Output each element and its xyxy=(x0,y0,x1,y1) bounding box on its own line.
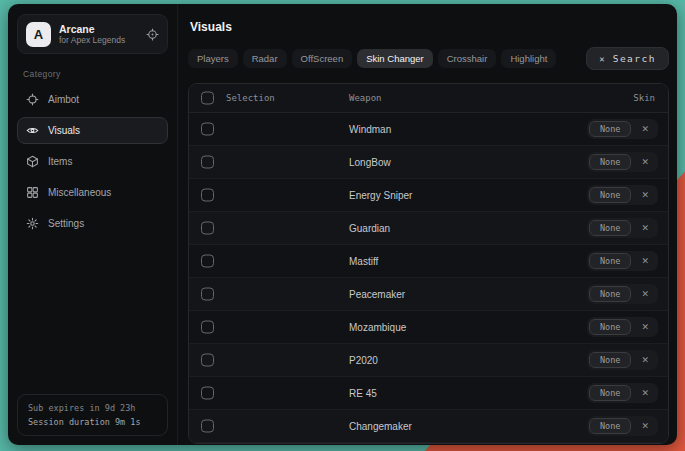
weapon-column-header: Weapon xyxy=(349,93,382,103)
close-icon: ✕ xyxy=(599,54,604,64)
table-header: Selection Weapon Skin xyxy=(189,84,668,113)
skin-column-header: Skin xyxy=(633,93,655,103)
weapon-name: LongBow xyxy=(349,157,391,168)
table-body: Windman None ✕ LongBow None ✕ xyxy=(189,113,668,443)
weapon-name: Mastiff xyxy=(349,256,378,267)
target-icon[interactable] xyxy=(146,28,159,41)
search-button[interactable]: ✕ Search xyxy=(586,47,669,70)
clear-skin-icon[interactable]: ✕ xyxy=(641,388,649,398)
tab[interactable]: Players xyxy=(188,49,238,68)
sidebar-item-label: Visuals xyxy=(48,125,80,136)
select-all-checkbox[interactable] xyxy=(201,92,214,105)
skin-cell: None ✕ xyxy=(587,317,658,337)
sidebar-nav: Aimbot Visuals Items Miscellaneous Setti… xyxy=(17,86,168,237)
skin-value-badge[interactable]: None xyxy=(589,220,631,236)
subscription-card: Sub expires in 9d 23h Session duration 9… xyxy=(17,394,168,436)
brand-subtitle: for Apex Legends xyxy=(59,35,138,45)
clear-skin-icon[interactable]: ✕ xyxy=(641,256,649,266)
tab-label: Radar xyxy=(252,53,278,64)
tab-label: Crosshair xyxy=(447,53,488,64)
cube-icon xyxy=(26,155,39,168)
crosshair-icon xyxy=(26,93,39,106)
weapon-name: RE 45 xyxy=(349,388,377,399)
weapon-skin-table: Selection Weapon Skin Windman None ✕ Lon… xyxy=(188,83,669,444)
row-checkbox[interactable] xyxy=(201,354,214,367)
brand-card: A Arcane for Apex Legends xyxy=(17,14,168,54)
table-row: P2020 None ✕ xyxy=(189,344,668,377)
skin-cell: None ✕ xyxy=(587,251,658,271)
table-row: Mastiff None ✕ xyxy=(189,245,668,278)
row-checkbox[interactable] xyxy=(201,255,214,268)
row-checkbox[interactable] xyxy=(201,420,214,433)
skin-value-badge[interactable]: None xyxy=(589,121,631,137)
sidebar-item-label: Aimbot xyxy=(48,94,79,105)
sidebar-item[interactable]: Items xyxy=(17,148,168,175)
grid-icon xyxy=(26,186,39,199)
tab-label: Skin Changer xyxy=(366,53,424,64)
row-checkbox[interactable] xyxy=(201,321,214,334)
clear-skin-icon[interactable]: ✕ xyxy=(641,124,649,134)
table-row: RE 45 None ✕ xyxy=(189,377,668,410)
page-title: Visuals xyxy=(190,20,669,34)
skin-value-badge[interactable]: None xyxy=(589,187,631,203)
tab[interactable]: Highlight xyxy=(501,49,556,68)
weapon-name: Guardian xyxy=(349,223,390,234)
skin-value-badge[interactable]: None xyxy=(589,154,631,170)
skin-cell: None ✕ xyxy=(587,284,658,304)
weapon-name: Windman xyxy=(349,124,391,135)
row-checkbox[interactable] xyxy=(201,123,214,136)
row-checkbox[interactable] xyxy=(201,288,214,301)
clear-skin-icon[interactable]: ✕ xyxy=(641,223,649,233)
skin-cell: None ✕ xyxy=(587,218,658,238)
skin-cell: None ✕ xyxy=(587,416,658,436)
skin-value-badge[interactable]: None xyxy=(589,352,631,368)
sidebar: A Arcane for Apex Legends Category Aimbo… xyxy=(8,4,178,445)
table-row: LongBow None ✕ xyxy=(189,146,668,179)
table-row: Peacemaker None ✕ xyxy=(189,278,668,311)
sidebar-item[interactable]: Miscellaneous xyxy=(17,179,168,206)
table-row: Changemaker None ✕ xyxy=(189,410,668,443)
clear-skin-icon[interactable]: ✕ xyxy=(641,157,649,167)
clear-skin-icon[interactable]: ✕ xyxy=(641,355,649,365)
skin-value-badge[interactable]: None xyxy=(589,319,631,335)
row-checkbox[interactable] xyxy=(201,222,214,235)
tab[interactable]: Radar xyxy=(243,49,287,68)
sidebar-item[interactable]: Visuals xyxy=(17,117,168,144)
sidebar-item[interactable]: Aimbot xyxy=(17,86,168,113)
selection-column-header: Selection xyxy=(226,93,275,103)
tab-label: Players xyxy=(197,53,229,64)
tab-label: OffScreen xyxy=(301,53,344,64)
skin-cell: None ✕ xyxy=(587,119,658,139)
table-row: Energy Sniper None ✕ xyxy=(189,179,668,212)
tab[interactable]: Skin Changer xyxy=(357,49,433,68)
sidebar-item[interactable]: Settings xyxy=(17,210,168,237)
table-row: Guardian None ✕ xyxy=(189,212,668,245)
clear-skin-icon[interactable]: ✕ xyxy=(641,322,649,332)
tab[interactable]: OffScreen xyxy=(292,49,353,68)
row-checkbox[interactable] xyxy=(201,189,214,202)
skin-cell: None ✕ xyxy=(587,383,658,403)
skin-cell: None ✕ xyxy=(587,185,658,205)
clear-skin-icon[interactable]: ✕ xyxy=(641,289,649,299)
weapon-name: Energy Sniper xyxy=(349,190,412,201)
weapon-name: P2020 xyxy=(349,355,378,366)
table-row: Windman None ✕ xyxy=(189,113,668,146)
clear-skin-icon[interactable]: ✕ xyxy=(641,190,649,200)
app-window: A Arcane for Apex Legends Category Aimbo… xyxy=(8,4,677,445)
brand-logo: A xyxy=(26,22,51,47)
row-checkbox[interactable] xyxy=(201,156,214,169)
brand-text: Arcane for Apex Legends xyxy=(59,23,138,46)
skin-value-badge[interactable]: None xyxy=(589,418,631,434)
gear-icon xyxy=(26,217,39,230)
main-panel: Visuals Players Radar OffScreen Skin Cha… xyxy=(178,4,677,445)
tab-bar: Players Radar OffScreen Skin Changer Cro… xyxy=(188,47,669,70)
row-checkbox[interactable] xyxy=(201,387,214,400)
category-label: Category xyxy=(23,69,162,79)
skin-value-badge[interactable]: None xyxy=(589,385,631,401)
skin-value-badge[interactable]: None xyxy=(589,286,631,302)
clear-skin-icon[interactable]: ✕ xyxy=(641,421,649,431)
tab-label: Highlight xyxy=(510,53,547,64)
skin-value-badge[interactable]: None xyxy=(589,253,631,269)
tab[interactable]: Crosshair xyxy=(438,49,497,68)
skin-cell: None ✕ xyxy=(587,350,658,370)
